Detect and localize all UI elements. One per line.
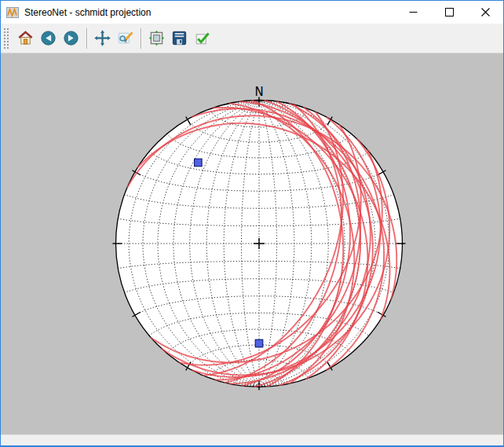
configure-subplots-button[interactable] [145,26,168,51]
zoom-rect-button[interactable] [114,26,137,51]
pole-marker [195,159,203,167]
maximize-button[interactable] [431,1,467,24]
back-button[interactable] [37,26,60,51]
toolbar-separator [86,28,87,49]
configure-subplots-icon [148,29,166,47]
forward-button[interactable] [60,26,82,51]
minimize-icon [409,8,418,16]
status-bar [1,434,503,445]
pan-button[interactable] [91,26,114,51]
toolbar-separator [141,28,141,49]
north-label: N [254,85,263,99]
stereonet-plot: N [1,53,503,434]
toolbar-drag-handle[interactable] [3,27,9,50]
maximize-icon [445,8,454,16]
window-title: StereoNet - schmidt projection [24,7,395,18]
zoom-rect-icon [116,29,134,47]
close-icon [481,8,490,16]
save-button[interactable] [168,26,191,51]
apply-check-button[interactable] [191,26,214,51]
minimize-button[interactable] [395,1,431,24]
save-icon [170,29,188,47]
title-bar: StereoNet - schmidt projection [1,0,503,24]
pan-icon [93,29,111,47]
home-button[interactable] [14,26,37,51]
pole-marker [255,339,263,347]
back-icon [39,29,57,47]
app-waveform-icon [6,6,19,19]
plot-toolbar [1,24,503,53]
plot-canvas[interactable]: N [1,53,503,434]
apply-check-icon [193,29,211,47]
home-icon [16,29,35,47]
forward-icon [62,29,80,47]
close-button[interactable] [467,1,503,24]
app-window: StereoNet - schmidt projection [0,0,504,447]
